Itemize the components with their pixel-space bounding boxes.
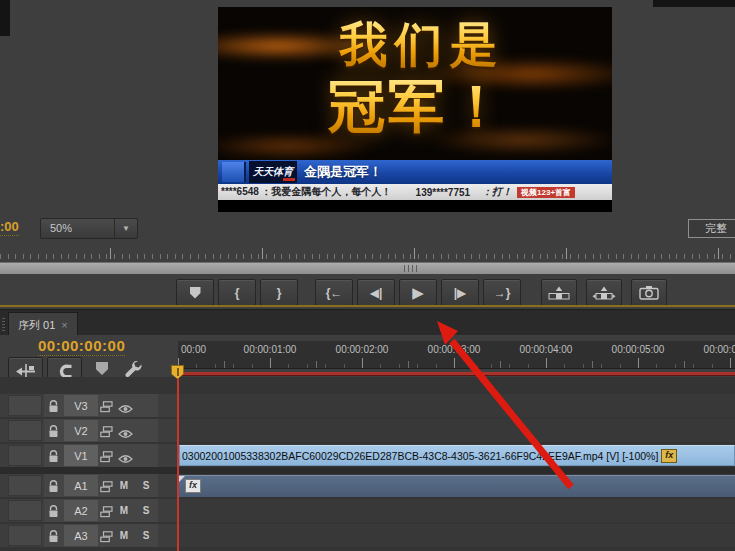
track-content[interactable]: fx — [178, 474, 735, 497]
eye-icon[interactable] — [118, 400, 133, 418]
chevron-down-icon: ▼ — [114, 219, 137, 238]
video-title-line2: 冠军！ — [218, 69, 612, 146]
lock-icon[interactable] — [48, 529, 59, 547]
solo-button[interactable]: S — [139, 528, 153, 542]
ruler-label: 00:00:05:00 — [612, 344, 665, 355]
ruler-label: 00:00 — [181, 344, 206, 355]
track-row-a1: A1 M S fx — [0, 474, 735, 497]
letterbox-bar — [218, 200, 612, 212]
eye-icon[interactable] — [118, 450, 133, 468]
video-frame: 我们是 冠军！ — [218, 7, 612, 160]
track-target-box[interactable] — [8, 500, 42, 521]
monitor-time-ruler[interactable] — [0, 246, 735, 260]
lock-icon[interactable] — [48, 504, 59, 522]
playhead-position-timecode[interactable]: :00 — [0, 219, 19, 236]
mute-button[interactable]: M — [117, 528, 131, 542]
track-header: V3 — [0, 394, 177, 417]
track-content[interactable] — [178, 394, 735, 417]
track-target-box[interactable] — [8, 525, 42, 546]
track-target-box[interactable] — [8, 445, 42, 466]
eye-icon[interactable] — [118, 425, 133, 443]
lock-icon[interactable] — [48, 479, 59, 497]
playhead-line[interactable] — [177, 374, 179, 551]
mark-out-button[interactable]: } — [260, 279, 298, 306]
track-target-box[interactable] — [8, 420, 42, 441]
adjacent-panel-fragment — [0, 0, 10, 36]
adjacent-panel-fragment — [653, 0, 735, 7]
track-target-box[interactable] — [8, 475, 42, 496]
ticker-phone: 139****7751 — [416, 187, 471, 198]
monitor-scrollbar[interactable] — [0, 262, 735, 274]
sequence-timecode[interactable]: 00:00:00:00 — [38, 337, 125, 356]
track-row-a2: A2 M S — [0, 499, 735, 522]
playback-resolution-select[interactable]: 完整 — [688, 219, 735, 238]
track-name[interactable]: A3 — [64, 525, 98, 546]
ruler-label: 00:00:06:00 — [704, 344, 735, 355]
track-header: V1 — [0, 444, 177, 467]
ruler-major-ticks — [0, 248, 735, 259]
mute-button[interactable]: M — [117, 478, 131, 492]
zoom-level-select[interactable]: 50% ▼ — [40, 218, 138, 239]
track-name[interactable]: A1 — [64, 475, 98, 496]
mute-button[interactable]: M — [117, 503, 131, 517]
ticker-message: ****6548 ：我爱金隅每个人，每个人！ — [221, 185, 392, 199]
tab-sequence-01[interactable]: 序列 01 × — [8, 312, 78, 337]
solo-button[interactable]: S — [139, 478, 153, 492]
lock-icon[interactable] — [48, 399, 59, 417]
panel-drag-grip[interactable] — [2, 317, 5, 331]
track-target-box[interactable] — [8, 395, 42, 416]
audio-clip-a1[interactable]: fx — [179, 475, 735, 497]
ruler-label: 00:00:03:00 — [428, 344, 481, 355]
close-icon[interactable]: × — [61, 319, 67, 331]
track-name[interactable]: V3 — [64, 395, 98, 416]
sync-lock-icon[interactable] — [100, 529, 113, 547]
solo-button[interactable]: S — [139, 503, 153, 517]
track-name[interactable]: V2 — [64, 420, 98, 441]
sync-lock-icon[interactable] — [100, 479, 113, 497]
track-header: A2 M S — [0, 499, 177, 522]
premiere-workspace: 我们是 冠军！ 天天体育 金隅是冠军！ ****6548 ：我爱金隅每个人，每个… — [0, 0, 735, 551]
add-marker-button[interactable] — [176, 279, 214, 306]
play-button[interactable]: ▶ — [399, 279, 437, 306]
marker-icon — [190, 287, 201, 299]
step-back-button[interactable]: ◀| — [357, 279, 395, 306]
lock-icon[interactable] — [48, 449, 59, 467]
lock-icon[interactable] — [48, 424, 59, 442]
track-content[interactable] — [178, 499, 735, 522]
track-name[interactable]: V1 — [64, 445, 98, 466]
extract-icon — [592, 286, 616, 300]
track-row-a3: A3 M S — [0, 524, 735, 547]
export-frame-button[interactable] — [631, 279, 667, 306]
fx-badge-icon[interactable]: fx — [661, 449, 677, 463]
extract-button[interactable] — [586, 279, 622, 306]
panel-focus-border — [0, 305, 735, 307]
track-name[interactable]: A2 — [64, 500, 98, 521]
mark-in-button[interactable]: { — [218, 279, 256, 306]
scrollbar-grip[interactable] — [404, 265, 420, 272]
timeline-tab-strip: 序列 01 × — [0, 309, 735, 336]
track-content[interactable]: 03002001005338302BAFC60029CD26ED287BCB-4… — [178, 444, 735, 467]
lift-button[interactable] — [541, 279, 577, 306]
go-to-out-button[interactable]: →} — [483, 279, 521, 306]
fx-badge-icon[interactable]: fx — [185, 479, 201, 493]
ruler-label: 00:00:02:00 — [336, 344, 389, 355]
timeline-ruler[interactable]: 00:00 00:00:01:00 00:00:02:00 00:00:03:0… — [178, 341, 735, 369]
sync-lock-icon[interactable] — [100, 449, 113, 467]
program-monitor-viewport: 我们是 冠军！ 天天体育 金隅是冠军！ ****6548 ：我爱金隅每个人，每个… — [218, 7, 612, 212]
sync-lock-icon[interactable] — [100, 424, 113, 442]
sms-ticker: ****6548 ：我爱金隅每个人，每个人！ 139****7751 ：打！ 视… — [218, 184, 612, 200]
go-to-in-button[interactable]: {← — [315, 279, 353, 306]
render-status-bar — [178, 372, 735, 376]
track-content[interactable] — [178, 419, 735, 442]
sync-lock-icon[interactable] — [100, 504, 113, 522]
clip-label: 03002001005338302BAFC60029CD26ED287BCB-4… — [182, 450, 658, 462]
video-clip-v1[interactable]: 03002001005338302BAFC60029CD26ED287BCB-4… — [179, 445, 735, 466]
sync-lock-icon[interactable] — [100, 399, 113, 417]
banner-accent-block — [222, 162, 244, 182]
track-row-v1: V1 03002001005338302BAFC60029CD26ED287BC… — [0, 444, 735, 467]
track-content[interactable] — [178, 524, 735, 547]
ticker-badge: 视频123+首富 — [517, 187, 575, 198]
zoom-level-value: 50% — [50, 222, 72, 234]
play-icon: ▶ — [412, 284, 424, 302]
step-forward-button[interactable]: |▶ — [441, 279, 479, 306]
